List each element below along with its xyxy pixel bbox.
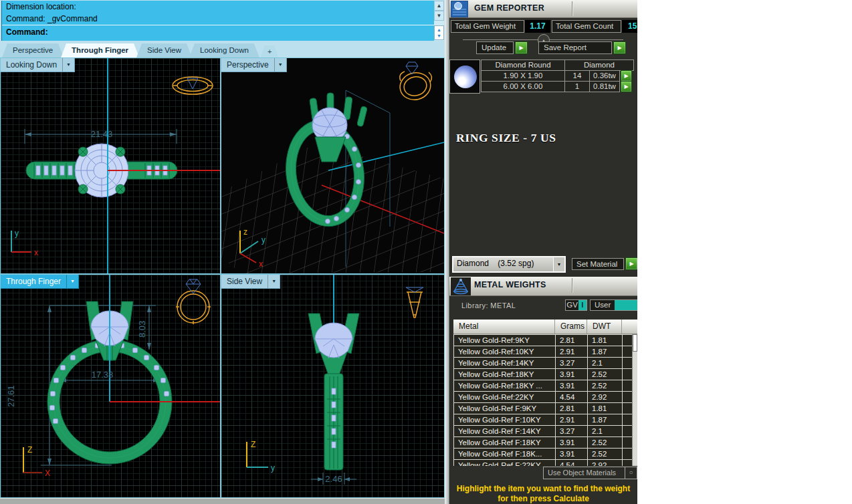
metal-extra-cell[interactable] bbox=[623, 449, 633, 460]
metal-name[interactable]: Yellow Gold-Ref:18KY ... bbox=[454, 380, 556, 392]
tab-through-finger[interactable]: Through Finger bbox=[61, 43, 139, 57]
metal-name[interactable]: Yellow Gold-Ref F:18K... bbox=[454, 449, 556, 460]
metal-row[interactable]: Yellow Gold-Ref:22KY 4.54 2.92 bbox=[454, 392, 633, 403]
metal-name[interactable]: Yellow Gold-Ref:14KY bbox=[454, 358, 556, 369]
tab-looking-down[interactable]: Looking Down bbox=[189, 43, 259, 57]
metal-grams[interactable]: 3.91 bbox=[556, 437, 588, 449]
use-object-materials-toggle[interactable]: Use Object Materials ○ bbox=[543, 467, 637, 479]
metal-name[interactable]: Yellow Gold-Ref F:18KY bbox=[454, 437, 556, 449]
metal-row[interactable]: Yellow Gold-Ref F:9KY 2.81 1.81 bbox=[454, 403, 633, 414]
gv-toggle[interactable]: GV I bbox=[565, 299, 587, 311]
metal-dwt[interactable]: 2.52 bbox=[588, 449, 623, 460]
gem-size[interactable]: 1.90 X 1.90 bbox=[481, 70, 565, 82]
metal-grams[interactable]: 3.27 bbox=[556, 426, 588, 437]
metal-extra-cell[interactable] bbox=[623, 460, 633, 467]
metal-grams[interactable]: 2.91 bbox=[556, 414, 588, 426]
metal-name[interactable]: Yellow Gold-Ref:10KY bbox=[454, 346, 556, 358]
command-scrollbar[interactable]: ▲ ▼ ▲ ▼ bbox=[434, 1, 444, 41]
gem-row-run-button[interactable]: ▶ bbox=[621, 81, 632, 92]
metal-grams[interactable]: 2.81 bbox=[556, 335, 588, 346]
set-material-button[interactable]: Set Material bbox=[572, 258, 624, 270]
column-header-metal[interactable]: Metal bbox=[453, 320, 555, 334]
save-report-button[interactable]: Save Report bbox=[538, 41, 612, 54]
gem-count[interactable]: 1 bbox=[564, 81, 590, 92]
set-material-run-button[interactable]: ▶ bbox=[625, 257, 637, 270]
metal-row[interactable]: Yellow Gold-Ref F:18KY 3.91 2.52 bbox=[454, 437, 633, 449]
gem-weight[interactable]: 0.81tw bbox=[589, 81, 620, 92]
gem-row[interactable]: 1.90 X 1.90 14 0.36tw ▶ bbox=[481, 70, 634, 82]
gem-size[interactable]: 6.00 X 6.00 bbox=[481, 81, 565, 92]
metal-grams[interactable]: 3.27 bbox=[556, 358, 588, 369]
metal-row[interactable]: Yellow Gold-Ref:14KY 3.27 2.1 bbox=[454, 358, 633, 369]
viewport-title-side-view[interactable]: Side View ▼ bbox=[221, 275, 280, 289]
chevron-down-icon[interactable]: ▼ bbox=[62, 58, 74, 72]
metal-grams[interactable]: 2.81 bbox=[556, 403, 588, 414]
metal-grams[interactable]: 2.91 bbox=[556, 346, 588, 358]
metal-extra-cell[interactable] bbox=[623, 358, 633, 369]
tab-perspective[interactable]: Perspective bbox=[2, 43, 64, 57]
metal-name[interactable]: Yellow Gold-Ref F:22KY bbox=[454, 460, 556, 467]
viewport-side-view[interactable]: 2.46 Z y Side View ▼ bbox=[221, 275, 444, 497]
chevron-down-icon[interactable]: ▼ bbox=[268, 275, 280, 288]
scrollbar-thumb[interactable] bbox=[633, 334, 637, 352]
metal-dwt[interactable]: 2.52 bbox=[588, 437, 623, 449]
column-header-dwt[interactable]: DWT bbox=[587, 320, 622, 334]
metal-row[interactable]: Yellow Gold-Ref F:14KY 3.27 2.1 bbox=[454, 426, 633, 437]
metal-dwt[interactable]: 1.87 bbox=[588, 346, 623, 358]
metal-extra-cell[interactable] bbox=[623, 335, 633, 346]
metal-extra-cell[interactable] bbox=[623, 426, 633, 437]
command-history[interactable]: Dimension location: Command: _gvCommand … bbox=[1, 1, 434, 41]
metal-name[interactable]: Yellow Gold-Ref F:9KY bbox=[454, 403, 556, 414]
gem-thumbnail[interactable] bbox=[449, 59, 480, 94]
metal-row[interactable]: Yellow Gold-Ref:18KY 3.91 2.52 bbox=[454, 369, 633, 380]
metal-extra-cell[interactable] bbox=[623, 403, 633, 414]
metal-weights-header[interactable]: METAL WEIGHTS bbox=[449, 277, 637, 296]
viewport-title-perspective[interactable]: Perspective ▼ bbox=[221, 58, 287, 72]
metal-dwt[interactable]: 1.87 bbox=[588, 414, 623, 426]
scroll-up-button[interactable]: ▲ bbox=[434, 1, 444, 11]
update-button[interactable]: Update bbox=[476, 41, 514, 54]
metal-name[interactable]: Yellow Gold-Ref:18KY bbox=[454, 369, 556, 380]
metal-grams[interactable]: 3.91 bbox=[556, 369, 588, 380]
metal-extra-cell[interactable] bbox=[623, 437, 633, 449]
metal-row[interactable]: Yellow Gold-Ref F:10KY 2.91 1.87 bbox=[454, 414, 633, 426]
metal-table-scrollbar[interactable] bbox=[632, 334, 637, 466]
metal-row[interactable]: Yellow Gold-Ref:18KY ... 3.91 2.52 bbox=[454, 380, 633, 392]
dropdown-arrow-icon[interactable]: ▼ bbox=[553, 257, 564, 271]
chevron-down-icon[interactable]: ▼ bbox=[274, 58, 286, 72]
tab-side-view[interactable]: Side View bbox=[136, 43, 192, 57]
metal-row[interactable]: Yellow Gold-Ref:10KY 2.91 1.87 bbox=[454, 346, 633, 358]
gem-row[interactable]: 6.00 X 6.00 1 0.81tw ▶ bbox=[481, 81, 634, 92]
metal-row[interactable]: Yellow Gold-Ref F:22KY 4.54 2.92 bbox=[454, 460, 633, 467]
metal-dwt[interactable]: 2.1 bbox=[588, 358, 623, 369]
metal-name[interactable]: Yellow Gold-Ref F:14KY bbox=[454, 426, 556, 437]
save-report-run-button[interactable]: ▶ bbox=[613, 41, 626, 54]
metal-extra-cell[interactable] bbox=[623, 414, 633, 426]
metal-dwt[interactable]: 2.52 bbox=[588, 369, 623, 380]
metal-dwt[interactable]: 2.1 bbox=[588, 426, 623, 437]
metal-extra-cell[interactable] bbox=[623, 380, 633, 392]
metal-grams[interactable]: 3.91 bbox=[556, 380, 588, 392]
metal-row[interactable]: Yellow Gold-Ref F:18K... 3.91 2.52 bbox=[454, 449, 633, 460]
metal-extra-cell[interactable] bbox=[623, 369, 633, 380]
metal-grams[interactable]: 3.91 bbox=[556, 449, 588, 460]
metal-extra-cell[interactable] bbox=[623, 346, 633, 358]
material-dropdown[interactable]: Diamond (3.52 spg) ▼ bbox=[452, 256, 566, 273]
chevron-down-icon[interactable]: ▼ bbox=[66, 275, 78, 288]
viewport-title-looking-down[interactable]: Looking Down ▼ bbox=[1, 58, 75, 72]
gem-weight[interactable]: 0.36tw bbox=[589, 70, 620, 82]
metal-dwt[interactable]: 1.81 bbox=[588, 403, 623, 414]
gem-reporter-header[interactable]: GEM REPORTER bbox=[449, 0, 637, 18]
metal-name[interactable]: Yellow Gold-Ref:22KY bbox=[454, 392, 556, 403]
viewport-through-finger[interactable]: 27.61 8.03 bbox=[1, 275, 220, 497]
spin-down-icon[interactable]: ▼ bbox=[437, 33, 441, 39]
metal-dwt[interactable]: 1.81 bbox=[588, 335, 623, 346]
command-prompt[interactable]: Command: bbox=[2, 25, 434, 39]
viewport-perspective[interactable]: z y x Perspective ▼ bbox=[221, 58, 444, 273]
metal-grams[interactable]: 4.54 bbox=[556, 392, 588, 403]
metal-row[interactable]: Yellow Gold-Ref:9KY 2.81 1.81 bbox=[454, 335, 633, 346]
update-run-button[interactable]: ▶ bbox=[515, 41, 528, 54]
gem-row-run-button[interactable]: ▶ bbox=[621, 70, 632, 82]
metal-grams[interactable]: 4.54 bbox=[556, 460, 588, 467]
viewport-title-through-finger[interactable]: Through Finger ▼ bbox=[1, 275, 79, 289]
